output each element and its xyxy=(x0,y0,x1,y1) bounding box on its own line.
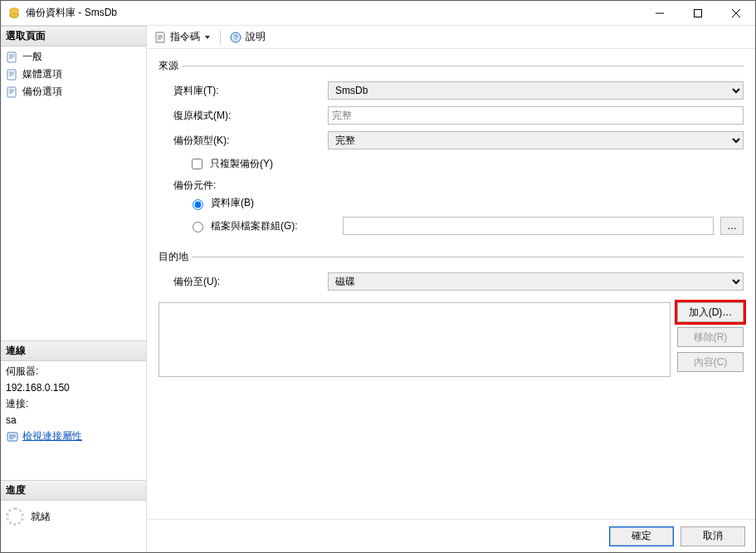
component-filegroup-label: 檔案與檔案群組(G): xyxy=(211,219,298,233)
page-item-label: 備份選項 xyxy=(22,85,62,99)
progress-header: 進度 xyxy=(1,480,146,501)
help-button[interactable]: 說明 xyxy=(246,30,266,44)
database-label: 資料庫(T): xyxy=(173,84,328,98)
select-page-header: 選取頁面 xyxy=(1,26,146,46)
destination-list[interactable] xyxy=(159,302,671,377)
filegroup-browse-button[interactable]: … xyxy=(720,217,744,235)
component-database-radio[interactable]: 資料庫(B) xyxy=(188,196,254,210)
dialog-window: 備份資料庫 - SmsDb 選取頁面 一般 xyxy=(0,0,756,553)
connection-label: 連接: xyxy=(1,395,146,413)
minimize-button[interactable] xyxy=(641,1,679,26)
source-group: 來源 資料庫(T): SmsDb 復原模式(M): xyxy=(159,59,744,242)
copy-only-checkbox[interactable]: 只複製備份(Y) xyxy=(188,156,273,172)
connection-value: sa xyxy=(1,413,146,428)
page-item-label: 媒體選項 xyxy=(22,67,62,81)
progress-status: 就緒 xyxy=(31,510,51,524)
svg-text:?: ? xyxy=(233,33,237,42)
add-destination-button[interactable]: 加入(D)… xyxy=(677,302,744,322)
page-icon xyxy=(6,51,19,64)
recovery-model-label: 復原模式(M): xyxy=(173,109,328,123)
connection-header: 連線 xyxy=(1,340,146,361)
toolbar: 指令碼 ? 說明 xyxy=(147,26,755,49)
server-value: 192.168.0.150 xyxy=(1,380,146,395)
component-database-input[interactable] xyxy=(193,199,203,210)
script-button[interactable]: 指令碼 xyxy=(170,30,200,44)
maximize-button[interactable] xyxy=(679,1,717,26)
left-panel: 選取頁面 一般 媒體選項 xyxy=(1,26,147,552)
remove-destination-button[interactable]: 移除(R) xyxy=(677,327,744,347)
server-label: 伺服器: xyxy=(1,363,146,380)
copy-only-label: 只複製備份(Y) xyxy=(210,157,273,171)
progress-status-row: 就緒 xyxy=(1,502,146,531)
toolbar-separator xyxy=(220,30,221,45)
view-connection-link[interactable]: 檢視連接屬性 xyxy=(22,429,82,443)
cancel-button[interactable]: 取消 xyxy=(680,526,745,546)
right-panel: 指令碼 ? 說明 來源 資料庫(T): SmsDb xyxy=(147,26,755,552)
backup-type-select[interactable]: 完整 xyxy=(328,131,744,149)
filegroup-text xyxy=(343,217,714,235)
page-item-general[interactable]: 一般 xyxy=(1,48,146,66)
view-connection-props[interactable]: 檢視連接屬性 xyxy=(1,428,146,445)
svg-rect-3 xyxy=(7,52,16,62)
page-item-media-options[interactable]: 媒體選項 xyxy=(1,66,146,83)
contents-button[interactable]: 內容(C) xyxy=(677,352,744,372)
page-list: 一般 媒體選項 備份選項 xyxy=(1,46,146,102)
page-icon xyxy=(6,86,19,99)
component-filegroup-input[interactable] xyxy=(193,222,203,232)
close-button[interactable] xyxy=(717,1,755,26)
database-icon xyxy=(7,7,21,20)
progress-spinner-icon xyxy=(6,507,24,526)
recovery-model-value xyxy=(328,106,744,125)
dialog-footer: 確定 取消 xyxy=(147,519,755,552)
ok-button[interactable]: 確定 xyxy=(609,526,674,546)
backup-type-label: 備份類型(K): xyxy=(173,134,328,148)
component-database-label: 資料庫(B) xyxy=(211,196,254,210)
svg-rect-4 xyxy=(7,70,16,80)
titlebar: 備份資料庫 - SmsDb xyxy=(1,1,755,26)
svg-rect-5 xyxy=(7,87,16,97)
script-icon xyxy=(154,31,167,44)
destination-group: 目的地 備份至(U): 磁碟 加入(D)… 移除(R) xyxy=(159,250,744,377)
chevron-down-icon[interactable] xyxy=(205,36,210,39)
svg-rect-2 xyxy=(695,9,702,17)
page-item-label: 一般 xyxy=(22,50,42,64)
database-select[interactable]: SmsDb xyxy=(328,81,744,100)
help-icon: ? xyxy=(229,31,242,44)
backup-to-label: 備份至(U): xyxy=(173,275,328,289)
backup-to-select[interactable]: 磁碟 xyxy=(328,272,744,291)
properties-icon xyxy=(6,430,19,443)
destination-legend: 目的地 xyxy=(159,250,192,264)
window-title: 備份資料庫 - SmsDb xyxy=(26,6,117,20)
component-filegroup-radio[interactable]: 檔案與檔案群組(G): xyxy=(188,219,298,233)
page-item-backup-options[interactable]: 備份選項 xyxy=(1,83,146,100)
page-icon xyxy=(6,68,19,81)
copy-only-input[interactable] xyxy=(192,159,202,169)
backup-component-label: 備份元件: xyxy=(159,179,744,193)
source-legend: 來源 xyxy=(159,59,182,73)
